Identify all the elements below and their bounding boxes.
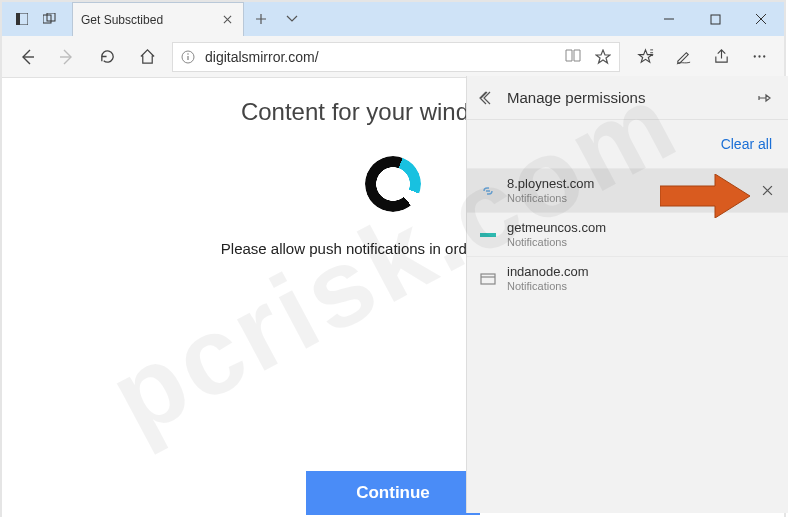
minimize-button[interactable] <box>646 2 692 36</box>
forward-button[interactable] <box>48 36 86 78</box>
permission-item[interactable]: indanode.com Notifications <box>467 256 788 300</box>
loading-spinner-icon <box>365 156 421 212</box>
svg-rect-1 <box>16 13 20 25</box>
navbar: digitalsmirror.com/ <box>2 36 784 78</box>
favorite-star-icon[interactable] <box>595 49 611 65</box>
svg-point-8 <box>758 55 760 57</box>
favorites-hub-icon[interactable] <box>626 36 664 78</box>
site-bar-icon <box>479 226 497 244</box>
svg-point-7 <box>753 55 755 57</box>
pin-icon[interactable] <box>752 90 776 106</box>
panel-title: Manage permissions <box>507 89 752 106</box>
new-tab-button[interactable] <box>244 13 278 25</box>
permission-sub: Notifications <box>507 236 606 248</box>
permission-item[interactable]: 8.ploynest.com Notifications <box>467 168 788 212</box>
sidebar-toggle-icon[interactable] <box>8 2 36 36</box>
close-tab-icon[interactable] <box>219 12 235 28</box>
maximize-button[interactable] <box>692 2 738 36</box>
tab-dropdown-icon[interactable] <box>278 15 306 23</box>
permission-domain: getmeuncos.com <box>507 221 606 235</box>
permissions-panel: Manage permissions Clear all 8.ploynest.… <box>466 76 788 513</box>
reading-view-icon[interactable] <box>565 49 581 65</box>
site-chain-icon <box>479 182 497 200</box>
permission-sub: Notifications <box>507 192 594 204</box>
panel-back-icon[interactable] <box>479 91 501 105</box>
home-button[interactable] <box>128 36 166 78</box>
site-window-icon <box>479 270 497 288</box>
close-window-button[interactable] <box>738 2 784 36</box>
svg-rect-4 <box>711 15 720 24</box>
continue-button[interactable]: Continue <box>306 471 480 515</box>
panel-header: Manage permissions <box>467 76 788 120</box>
url-text: digitalsmirror.com/ <box>205 49 565 65</box>
permission-domain: 8.ploynest.com <box>507 177 594 191</box>
back-button[interactable] <box>8 36 46 78</box>
svg-rect-10 <box>480 233 496 237</box>
refresh-button[interactable] <box>88 36 126 78</box>
titlebar: Get Subsctibed <box>2 2 784 36</box>
svg-rect-11 <box>481 274 495 284</box>
permission-sub: Notifications <box>507 280 589 292</box>
browser-tab[interactable]: Get Subsctibed <box>72 2 244 36</box>
address-bar[interactable]: digitalsmirror.com/ <box>172 42 620 72</box>
site-info-icon[interactable] <box>181 50 197 64</box>
settings-more-icon[interactable] <box>740 36 778 78</box>
svg-point-6 <box>187 53 189 55</box>
remove-permission-icon[interactable] <box>758 182 776 200</box>
set-aside-tabs-icon[interactable] <box>36 2 64 36</box>
clear-all-link[interactable]: Clear all <box>721 136 772 152</box>
share-icon[interactable] <box>702 36 740 78</box>
tab-title: Get Subsctibed <box>81 13 219 27</box>
permission-domain: indanode.com <box>507 265 589 279</box>
permission-item[interactable]: getmeuncos.com Notifications <box>467 212 788 256</box>
notes-icon[interactable] <box>664 36 702 78</box>
svg-point-9 <box>763 55 765 57</box>
